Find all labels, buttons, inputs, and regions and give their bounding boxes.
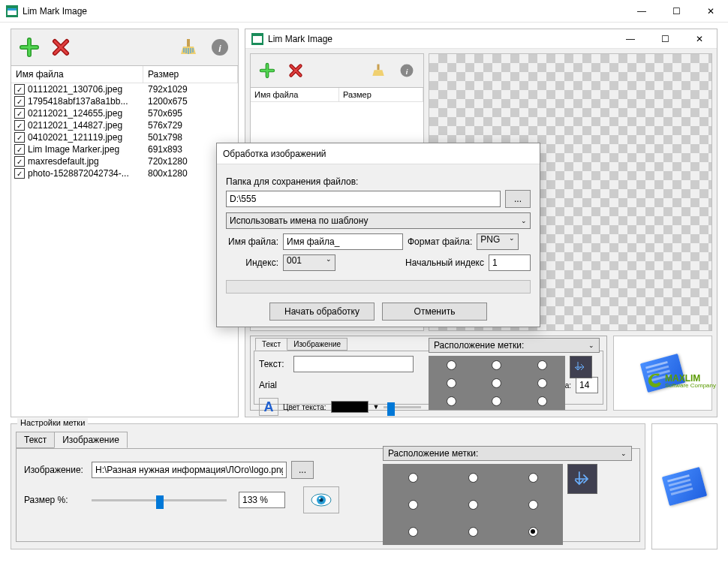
image-path-input[interactable] [92, 462, 287, 478]
clean-button[interactable] [173, 32, 203, 62]
row-checkbox[interactable]: ✓ [14, 144, 25, 155]
pos-radio[interactable] [468, 500, 478, 510]
file-size: 501x798 [148, 132, 182, 143]
pos-radio[interactable] [447, 396, 456, 406]
pos-radio[interactable] [537, 360, 547, 370]
file-row[interactable]: ✓02112021_144827.jpeg576x729 [11, 119, 238, 131]
offset-button[interactable] [570, 356, 592, 378]
index-select[interactable]: 001⌄ [283, 254, 335, 271]
remove-file-button[interactable] [46, 32, 76, 62]
maximize-button[interactable]: ☐ [659, 0, 693, 23]
pos-radio[interactable] [408, 473, 418, 483]
app-icon [6, 5, 18, 17]
pos-radio[interactable] [447, 378, 456, 388]
file-row[interactable]: ✓01112021_130706.jpeg792x1029 [11, 83, 238, 95]
file-size: 570x695 [148, 108, 182, 119]
pos-radio[interactable] [447, 360, 456, 370]
format-select[interactable]: PNG⌄ [477, 233, 519, 250]
remove-file-button[interactable] [282, 57, 309, 84]
file-row[interactable]: ✓maxresdefault.jpg720x1280 [11, 155, 238, 167]
row-checkbox[interactable]: ✓ [14, 120, 25, 131]
position-grid [429, 356, 565, 410]
image-path-label: Изображение: [24, 465, 87, 475]
pos-radio[interactable] [492, 378, 501, 388]
file-row[interactable]: ✓photo-1528872042734-...800x1280 [11, 167, 238, 179]
pos-radio[interactable] [468, 527, 478, 537]
position-grid [383, 464, 563, 545]
pos-radio[interactable] [492, 360, 501, 370]
image-browse-button[interactable]: ... [291, 461, 314, 479]
tab-text[interactable]: Текст [255, 338, 287, 351]
browse-button[interactable]: ... [505, 190, 531, 208]
offset-button[interactable] [567, 464, 597, 494]
filename-label: Имя файла: [226, 236, 278, 247]
save-folder-input[interactable] [226, 191, 501, 207]
file-row[interactable]: ✓Lim Image Marker.jpeg691x893 [11, 143, 238, 155]
pos-radio[interactable] [528, 527, 538, 537]
file-size: 576x729 [148, 120, 182, 131]
row-checkbox[interactable]: ✓ [14, 96, 25, 107]
tab-text[interactable]: Текст [16, 432, 55, 448]
pos-radio[interactable] [408, 527, 418, 537]
col-name[interactable]: Имя файла [11, 66, 143, 83]
file-row[interactable]: ✓1795418abf137a8a1bb...1200x675 [11, 95, 238, 107]
child-title: Lim Mark Image [268, 34, 613, 44]
file-name: 1795418abf137a8a1bb... [28, 96, 148, 107]
row-checkbox[interactable]: ✓ [14, 168, 25, 179]
row-checkbox[interactable]: ✓ [14, 84, 25, 95]
file-list-header: Имя файла Размер [11, 66, 238, 83]
cancel-button[interactable]: Отменить [382, 303, 487, 321]
size-value-input[interactable] [239, 492, 285, 508]
child-close-button[interactable]: ✕ [682, 28, 717, 50]
file-list: Имя файла Размер ✓01112021_130706.jpeg79… [11, 65, 238, 179]
pos-radio[interactable] [528, 500, 538, 510]
info-button[interactable]: i [205, 32, 235, 62]
row-checkbox[interactable]: ✓ [14, 108, 25, 119]
naming-mode-select[interactable]: Использовать имена по шаблону⌄ [226, 212, 531, 229]
minimize-button[interactable]: — [624, 0, 659, 23]
pos-radio[interactable] [537, 396, 547, 406]
file-size: 792x1029 [148, 84, 188, 95]
font-picker-button[interactable]: A [259, 398, 278, 416]
brand-logo: MAXLIMSoftware Company [647, 372, 716, 389]
row-checkbox[interactable]: ✓ [14, 156, 25, 167]
color-picker[interactable] [331, 401, 369, 413]
pos-radio[interactable] [537, 378, 547, 388]
pos-radio[interactable] [528, 473, 538, 483]
font-label: Arial [259, 380, 289, 390]
file-size: 720x1280 [148, 156, 188, 167]
tab-image[interactable]: Изображение [287, 338, 347, 351]
start-index-input[interactable] [489, 254, 531, 271]
row-checkbox[interactable]: ✓ [14, 132, 25, 143]
add-file-button[interactable] [254, 57, 281, 84]
child-minimize-button[interactable]: — [613, 28, 648, 50]
pos-radio[interactable] [492, 396, 501, 406]
filename-input[interactable] [283, 233, 403, 250]
file-name: maxresdefault.jpg [28, 156, 148, 167]
preview-button[interactable] [303, 486, 339, 513]
pos-radio[interactable] [468, 473, 478, 483]
tab-image[interactable]: Изображение [54, 432, 128, 448]
text-input[interactable] [293, 356, 414, 372]
size-slider[interactable] [156, 495, 164, 509]
file-row[interactable]: ✓02112021_124655.jpeg570x695 [11, 107, 238, 119]
settings-group-title: Настройки метки [17, 418, 88, 427]
processing-dialog: Обработка изображений Папка для сохранен… [216, 143, 540, 327]
file-size: 691x893 [148, 144, 182, 155]
opacity-slider[interactable] [387, 402, 395, 416]
info-button[interactable]: i [393, 57, 420, 84]
col-name[interactable]: Имя файла [251, 88, 339, 101]
svg-text:i: i [406, 68, 408, 76]
col-size[interactable]: Размер [339, 88, 423, 101]
position-combo[interactable]: Расположение метки:⌄ [383, 446, 632, 461]
start-index-label: Начальный индекс [340, 257, 484, 268]
start-button[interactable]: Начать обработку [269, 303, 375, 321]
pos-radio[interactable] [408, 500, 418, 510]
child-maximize-button[interactable]: ☐ [648, 28, 682, 50]
clean-button[interactable] [365, 57, 392, 84]
col-size[interactable]: Размер [143, 66, 238, 83]
position-combo[interactable]: Расположение метки:⌄ [429, 338, 600, 353]
add-file-button[interactable] [14, 32, 44, 62]
close-button[interactable]: ✕ [693, 0, 728, 23]
file-row[interactable]: ✓04102021_121119.jpeg501x798 [11, 131, 238, 143]
